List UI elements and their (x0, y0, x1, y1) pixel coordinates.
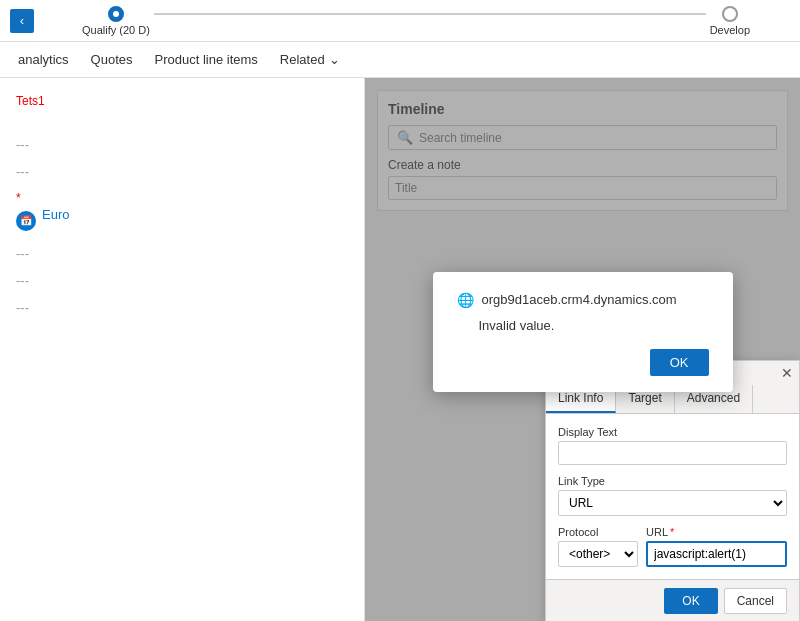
stage-develop[interactable]: Develop (710, 6, 750, 36)
field-empty-7: --- (16, 300, 348, 315)
pipeline-bar: ‹ Qualify (20 D) Develop (0, 0, 800, 42)
field-required-indicator: * (16, 191, 348, 205)
sub-navigation: analytics Quotes Product line items Rela… (0, 42, 800, 78)
link-dialog-footer: OK Cancel (546, 579, 799, 621)
url-input[interactable] (646, 541, 787, 567)
stage-label-develop: Develop (710, 24, 750, 36)
link-type-label: Link Type (558, 475, 787, 487)
pipeline-stages: Qualify (20 D) Develop (42, 6, 790, 36)
right-panel: Timeline 🔍 Create a note 🌐 orgb9d1aceb.c… (365, 78, 800, 621)
subnav-item-product-line-items[interactable]: Product line items (145, 46, 268, 73)
url-label: URL* (646, 526, 787, 538)
link-ok-button[interactable]: OK (664, 588, 717, 614)
back-arrow-icon: ‹ (20, 13, 24, 28)
protocol-select[interactable]: <other> http:// https:// ftp:// (558, 541, 638, 567)
euro-icon-symbol: 📅 (20, 215, 32, 226)
stage-circle-develop (722, 6, 738, 22)
link-dialog-body: Display Text Link Type URL Email Anchor … (546, 414, 799, 579)
link-type-select[interactable]: URL Email Anchor (558, 490, 787, 516)
protocol-col: Protocol <other> http:// https:// ftp:// (558, 526, 638, 567)
alert-footer: OK (457, 349, 709, 376)
field-empty-3: --- (16, 164, 348, 179)
field-value-tets1 (16, 110, 348, 125)
globe-icon: 🌐 (457, 292, 474, 308)
alert-domain: orgb9d1aceb.crm4.dynamics.com (482, 292, 677, 307)
pipeline-back-button[interactable]: ‹ (10, 9, 34, 33)
alert-message: Invalid value. (457, 318, 709, 333)
stage-connector (154, 13, 706, 15)
subnav-item-related[interactable]: Related ⌄ (270, 46, 350, 73)
protocol-url-row: Protocol <other> http:// https:// ftp://… (558, 526, 787, 567)
field-euro: * 📅 Euro (16, 191, 348, 234)
field-tets1: Tets1 (16, 94, 348, 125)
left-panel: Tets1 --- --- * 📅 Euro --- --- --- (0, 78, 365, 621)
field-value-euro[interactable]: Euro (42, 207, 69, 222)
link-dialog-close-button[interactable]: ✕ (781, 365, 793, 381)
related-label: Related (280, 52, 325, 67)
stage-label-qualify: Qualify (20 D) (82, 24, 150, 36)
display-text-label: Display Text (558, 426, 787, 438)
stage-qualify[interactable]: Qualify (20 D) (82, 6, 150, 36)
subnav-item-analytics[interactable]: analytics (8, 46, 79, 73)
euro-field-row: 📅 Euro (16, 207, 348, 234)
url-required-star: * (670, 526, 674, 538)
field-empty-6: --- (16, 273, 348, 288)
display-text-input[interactable] (558, 441, 787, 465)
main-content: Tets1 --- --- * 📅 Euro --- --- --- Timel… (0, 78, 800, 621)
field-empty-5: --- (16, 246, 348, 261)
link-dialog: ✕ Link Info Target Advanced Display Text… (545, 360, 800, 621)
subnav-item-quotes[interactable]: Quotes (81, 46, 143, 73)
stage-circle-qualify (108, 6, 124, 22)
alert-dialog-header: 🌐 orgb9d1aceb.crm4.dynamics.com (457, 292, 709, 308)
link-cancel-button[interactable]: Cancel (724, 588, 787, 614)
euro-entity-icon: 📅 (16, 211, 36, 231)
alert-ok-button[interactable]: OK (650, 349, 709, 376)
alert-dialog: 🌐 orgb9d1aceb.crm4.dynamics.com Invalid … (433, 272, 733, 392)
field-empty-2: --- (16, 137, 348, 152)
url-col: URL* (646, 526, 787, 567)
field-label-tets1: Tets1 (16, 94, 348, 108)
protocol-label: Protocol (558, 526, 638, 538)
chevron-down-icon: ⌄ (329, 52, 340, 67)
